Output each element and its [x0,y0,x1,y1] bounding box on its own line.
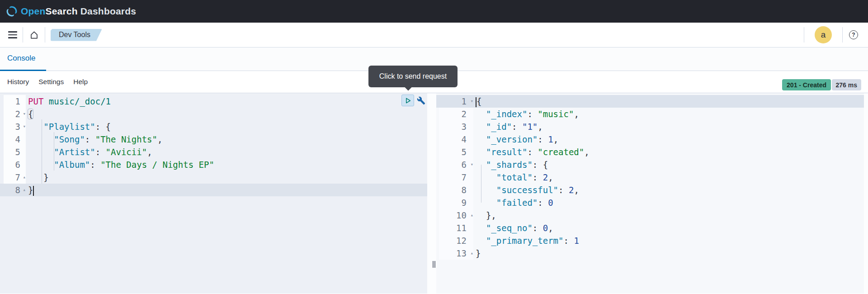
code-line[interactable]: 13▴} [436,247,864,260]
line-number: 10▴ [439,209,473,222]
code-line[interactable]: 5 "Artist": "Avicii", [0,146,427,158]
request-editor[interactable]: 1PUT music/_doc/12▾{3▾ "Playlist": {4 "S… [0,93,432,294]
line-number: 2 [439,108,473,120]
code-text: { [473,95,481,108]
fold-toggle-icon[interactable]: ▴ [468,209,473,222]
code-line[interactable]: 6▾ "_shards": { [436,158,864,171]
code-token: "The Days / Nights EP" [100,160,214,170]
code-token [476,160,486,170]
code-token [476,122,486,132]
fold-toggle-icon[interactable]: ▴ [468,247,473,260]
logo-dashboards: Dashboards [80,6,136,16]
code-token: , [157,134,162,144]
code-line[interactable]: 8▴} [0,184,427,196]
line-number: 8▴ [4,184,26,196]
request-options-button[interactable] [415,95,427,106]
code-text: "_version": 1, [473,133,558,146]
menu-item-settings[interactable]: Settings [38,78,64,86]
play-icon [404,97,412,104]
code-line[interactable]: 1PUT music/_doc/1 [0,95,427,108]
fold-toggle-icon[interactable]: ▴ [20,171,26,184]
status-badge: 201 - Created [782,79,831,90]
code-line[interactable]: 3 "_id": "1", [436,120,864,133]
home-button[interactable] [23,26,45,44]
tooltip: Click to send request [368,66,458,87]
code-token: 0 [548,198,553,208]
code-token [476,236,486,246]
avatar[interactable]: a [815,26,832,43]
help-button[interactable]: ? [843,30,864,39]
code-line[interactable]: 9 "failed": 0 [436,196,864,209]
menu-item-help[interactable]: Help [73,78,88,86]
code-token: "_index" [486,109,528,119]
code-token [28,122,43,132]
panel-splitter[interactable] [432,93,436,294]
divider [45,27,45,43]
code-line[interactable]: 8 "successful": 2, [436,184,864,196]
code-text: "_seq_no": 0, [473,222,553,234]
fold-toggle-icon[interactable]: ▴ [20,184,26,196]
code-token [476,109,486,119]
code-line[interactable]: 11 "_seq_no": 0, [436,222,864,234]
code-token: 2 [569,185,574,195]
code-line[interactable]: 4 "Song": "The Nights", [0,133,427,146]
code-line[interactable]: 4 "_version": 1, [436,133,864,146]
code-text: "Album": "The Days / Nights EP" [26,158,214,171]
code-token: : [95,147,106,157]
code-token [43,96,48,106]
code-token: 1 [574,236,579,246]
code-token: }, [476,210,496,220]
code-token: : [533,223,543,233]
line-number: 11 [439,222,473,234]
code-text: "_shards": { [473,158,548,171]
code-text: "_index": "music", [473,108,579,120]
code-line[interactable]: 1▾{ [436,95,864,108]
fold-toggle-icon[interactable]: ▾ [468,95,473,108]
code-token: : [527,109,538,119]
code-token [28,160,54,170]
code-token: } [476,248,481,258]
code-line[interactable]: 10▴ }, [436,209,864,222]
code-token: , [147,147,152,157]
code-token: , [574,109,579,119]
code-text: "result": "created", [473,146,590,158]
code-line[interactable]: 2▾{ [0,108,427,120]
scrollbar-track [864,93,868,294]
code-text: { [26,108,33,120]
menu-item-history[interactable]: History [7,78,29,86]
opensearch-logo-icon [6,5,18,17]
fold-toggle-icon[interactable]: ▾ [20,108,26,120]
code-token: , [548,172,553,182]
fold-toggle-icon[interactable]: ▾ [468,158,473,171]
code-token: , [538,122,542,132]
code-line[interactable]: 7▴ } [0,171,427,184]
code-token: "_id" [486,122,512,132]
code-line[interactable]: 12 "_primary_term": 1 [436,234,864,247]
divider [804,27,804,43]
fold-toggle-icon[interactable]: ▾ [20,120,26,133]
line-number: 3▾ [4,120,26,133]
code-text: } [473,247,481,260]
top-banner: OpenSearchDashboards [0,0,868,23]
code-token: "total" [496,172,533,182]
code-text: "_primary_term": 1 [473,234,579,247]
code-line[interactable]: 2 "_index": "music", [436,108,864,120]
code-token: : [533,172,543,182]
breadcrumb-dev-tools[interactable]: Dev Tools [51,29,102,41]
code-token: music/_doc/1 [49,96,111,106]
line-number: 5 [439,146,473,158]
code-line[interactable]: 7 "total": 2, [436,171,864,184]
code-token: "_primary_term" [486,236,564,246]
opensearch-logo[interactable]: OpenSearchDashboards [6,5,136,17]
tab-console[interactable]: Console [7,54,35,63]
code-token: : [527,147,538,157]
code-token: "1" [522,122,538,132]
menu-icon[interactable] [3,26,23,44]
send-request-button[interactable] [401,95,414,106]
code-line[interactable]: 5 "result": "created", [436,146,864,158]
code-line[interactable]: 6 "Album": "The Days / Nights EP" [0,158,427,171]
line-number: 4 [439,133,473,146]
code-text: "successful": 2, [473,184,579,196]
code-line[interactable]: 3▾ "Playlist": { [0,120,427,133]
response-viewer[interactable]: 1▾{2 "_index": "music",3 "_id": "1",4 "_… [436,93,868,294]
